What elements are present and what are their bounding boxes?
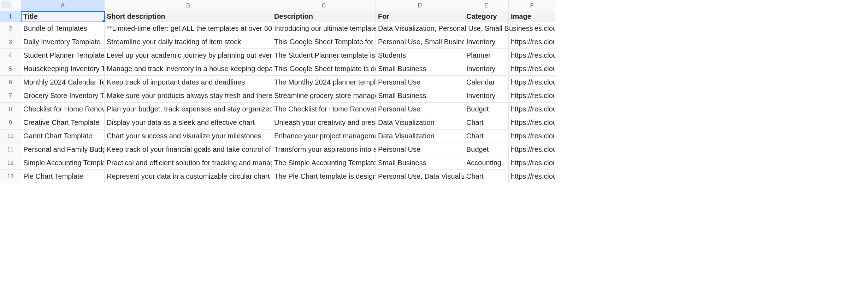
- column-header-B[interactable]: B: [105, 0, 272, 11]
- cell-D12[interactable]: Small Business: [376, 156, 464, 170]
- cell-B10[interactable]: Chart your success and visualize your mi…: [105, 129, 272, 143]
- cell-D7[interactable]: Small Business: [376, 89, 464, 103]
- cell-A7[interactable]: Grocery Store Inventory Templ: [21, 89, 105, 103]
- cell-E13[interactable]: Chart: [464, 170, 509, 183]
- row-header-2[interactable]: 2: [0, 22, 21, 35]
- row-header-9[interactable]: 9: [0, 116, 21, 129]
- cell-D2[interactable]: Data Visualization, Personal Use, Small …: [376, 22, 464, 35]
- row-header-4[interactable]: 4: [0, 49, 21, 62]
- cell-C7[interactable]: Streamline grocery store management: [272, 89, 376, 103]
- spreadsheet-grid[interactable]: ABCDEF1TitleShort descriptionDescription…: [0, 0, 555, 183]
- cell-C11[interactable]: Transform your aspirations into achiev: [272, 143, 376, 156]
- cell-A1[interactable]: Title: [21, 11, 105, 22]
- cell-E6[interactable]: Calendar: [464, 76, 509, 89]
- cell-C13[interactable]: The Pie Chart template is designed wit: [272, 170, 376, 183]
- cell-A8[interactable]: Checklist for Home Renovation: [21, 103, 105, 116]
- row-header-10[interactable]: 10: [0, 129, 21, 143]
- cell-C4[interactable]: The Student Planner template is an es: [272, 49, 376, 62]
- cell-C3[interactable]: This Google Sheet Template for Daily :: [272, 35, 376, 49]
- cell-C9[interactable]: Unleash your creativity and present yo: [272, 116, 376, 129]
- cell-F1[interactable]: Image: [509, 11, 555, 22]
- column-header-C[interactable]: C: [272, 0, 376, 11]
- cell-D1[interactable]: For: [376, 11, 464, 22]
- cell-F4[interactable]: https://res.cloudi: [509, 49, 555, 62]
- cell-A11[interactable]: Personal and Family Budget Te: [21, 143, 105, 156]
- row-header-1[interactable]: 1: [0, 11, 21, 22]
- row-header-7[interactable]: 7: [0, 89, 21, 103]
- cell-F3[interactable]: https://res.cloudi: [509, 35, 555, 49]
- cell-B12[interactable]: Practical and efficient solution for tra…: [105, 156, 272, 170]
- cell-D4[interactable]: Students: [376, 49, 464, 62]
- row-header-11[interactable]: 11: [0, 143, 21, 156]
- cell-B7[interactable]: Make sure your products always stay fres…: [105, 89, 272, 103]
- cell-F12[interactable]: https://res.cloudi: [509, 156, 555, 170]
- cell-C2[interactable]: Introducing our ultimate template bund: [272, 22, 376, 35]
- cell-F11[interactable]: https://res.cloudi: [509, 143, 555, 156]
- cell-D3[interactable]: Personal Use, Small Business: [376, 35, 464, 49]
- cell-C10[interactable]: Enhance your project management wit: [272, 129, 376, 143]
- cell-B6[interactable]: Keep track of important dates and deadli…: [105, 76, 272, 89]
- cell-A13[interactable]: Pie Chart Template: [21, 170, 105, 183]
- column-header-E[interactable]: E: [464, 0, 509, 11]
- cell-E5[interactable]: Inventory: [464, 62, 509, 76]
- cell-D10[interactable]: Data Visualization: [376, 129, 464, 143]
- cell-D11[interactable]: Personal Use: [376, 143, 464, 156]
- cell-F13[interactable]: https://res.cloudi: [509, 170, 555, 183]
- cell-E1[interactable]: Category: [464, 11, 509, 22]
- cell-F8[interactable]: https://res.cloudi: [509, 103, 555, 116]
- cell-C8[interactable]: The Checklist for Home Renovation te: [272, 103, 376, 116]
- row-header-12[interactable]: 12: [0, 156, 21, 170]
- cell-B3[interactable]: Streamline your daily tracking of item s…: [105, 35, 272, 49]
- cell-E8[interactable]: Budget: [464, 103, 509, 116]
- cell-A9[interactable]: Creative Chart Template: [21, 116, 105, 129]
- cell-A6[interactable]: Monthly 2024 Calendar Templa: [21, 76, 105, 89]
- row-header-5[interactable]: 5: [0, 62, 21, 76]
- cell-E11[interactable]: Budget: [464, 143, 509, 156]
- cell-B1[interactable]: Short description: [105, 11, 272, 22]
- cell-C12[interactable]: The Simple Accounting Template is a u: [272, 156, 376, 170]
- cell-F6[interactable]: https://res.cloudi: [509, 76, 555, 89]
- column-header-A[interactable]: A: [21, 0, 105, 11]
- row-header-8[interactable]: 8: [0, 103, 21, 116]
- cell-B13[interactable]: Represent your data in a customizable ci…: [105, 170, 272, 183]
- cell-E10[interactable]: Chart: [464, 129, 509, 143]
- cell-C1[interactable]: Description: [272, 11, 376, 22]
- cell-B5[interactable]: Manage and track inventory in a house ke…: [105, 62, 272, 76]
- cell-A10[interactable]: Gannt Chart Template: [21, 129, 105, 143]
- cell-F9[interactable]: https://res.cloudi: [509, 116, 555, 129]
- cell-D8[interactable]: Personal Use: [376, 103, 464, 116]
- cell-B2[interactable]: **Limited-time offer: get ALL the templa…: [105, 22, 272, 35]
- cell-E7[interactable]: Inventory: [464, 89, 509, 103]
- cell-E4[interactable]: Planner: [464, 49, 509, 62]
- cell-text: Image: [511, 12, 531, 21]
- cell-B8[interactable]: Plan your budget, track expenses and sta…: [105, 103, 272, 116]
- cell-E3[interactable]: Inventory: [464, 35, 509, 49]
- cell-D9[interactable]: Data Visualization: [376, 116, 464, 129]
- cell-E12[interactable]: Accounting: [464, 156, 509, 170]
- cell-D5[interactable]: Small Business: [376, 62, 464, 76]
- cell-D6[interactable]: Personal Use: [376, 76, 464, 89]
- cell-A12[interactable]: Simple Accounting Template: [21, 156, 105, 170]
- cell-F10[interactable]: https://res.cloudi: [509, 129, 555, 143]
- row-header-13[interactable]: 13: [0, 170, 21, 183]
- cell-B11[interactable]: Keep track of your financial goals and t…: [105, 143, 272, 156]
- cell-E9[interactable]: Chart: [464, 116, 509, 129]
- cell-C5[interactable]: This Google Sheet template is designe: [272, 62, 376, 76]
- cell-A3[interactable]: Daily Inventory Template: [21, 35, 105, 49]
- cell-C6[interactable]: The Montlhy 2024 planner template is: [272, 76, 376, 89]
- column-header-D[interactable]: D: [376, 0, 464, 11]
- column-header-F[interactable]: F: [509, 0, 555, 11]
- cell-F7[interactable]: https://res.cloudi: [509, 89, 555, 103]
- cell-A4[interactable]: Student Planner Template: [21, 49, 105, 62]
- cell-A5[interactable]: Housekeeping Inventory Temp: [21, 62, 105, 76]
- row-header-6[interactable]: 6: [0, 76, 21, 89]
- cell-D13[interactable]: Personal Use, Data Visualization: [376, 170, 464, 183]
- cell-text: Keep track of important dates and deadli…: [107, 78, 245, 86]
- cell-B9[interactable]: Display your data as a sleek and effecti…: [105, 116, 272, 129]
- row-header-3[interactable]: 3: [0, 35, 21, 49]
- cell-F5[interactable]: https://res.cloudi: [509, 62, 555, 76]
- cell-B4[interactable]: Level up your academic journey by planni…: [105, 49, 272, 62]
- cell-A2[interactable]: Bundle of Templates: [21, 22, 105, 35]
- cell-text: Introducing our ultimate template bund: [274, 24, 376, 33]
- select-all-corner[interactable]: [0, 0, 21, 11]
